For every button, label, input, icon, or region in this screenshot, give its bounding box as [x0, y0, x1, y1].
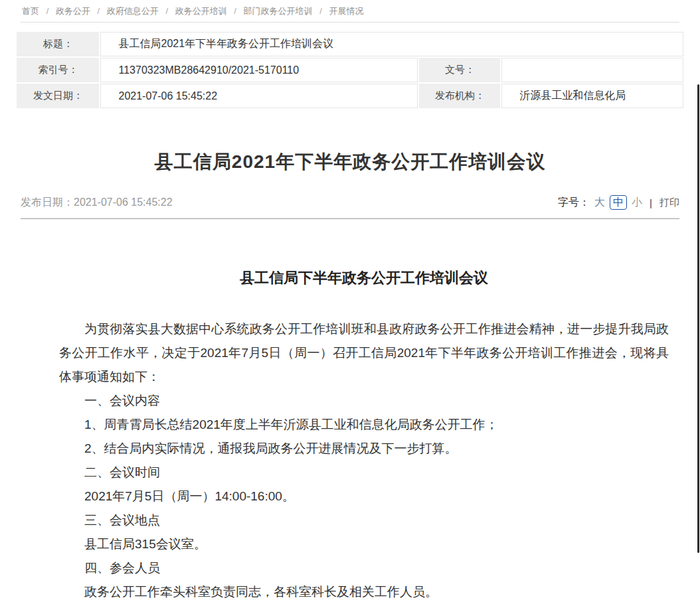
article-tools: 字号： 大 中 小 | 打印 [558, 195, 679, 210]
document-meta-table: 标题： 县工信局2021年下半年政务公开工作培训会议 索引号： 11370323… [15, 31, 684, 110]
breadcrumb-item-home[interactable]: 首页 [22, 6, 39, 16]
breadcrumb-item-zhengwu-gongkai-peixun[interactable]: 政务公开培训 [175, 6, 227, 16]
print-button[interactable]: 打印 [659, 196, 679, 209]
table-row-date: 发文日期： 2021-07-06 15:45:22 发布机构： 沂源县工业和信息… [17, 84, 683, 108]
article-paragraph: 2、结合局内实际情况，通报我局政务公开进展情况及下一步打算。 [59, 437, 669, 461]
issuing-agency-label: 发布机构： [419, 84, 500, 108]
publish-date-label: 发布日期： [21, 196, 74, 208]
issue-date-label: 发文日期： [17, 84, 99, 108]
breadcrumb-item-zhengwu-gongkai[interactable]: 政务公开 [56, 6, 90, 16]
index-number-label: 索引号： [17, 58, 99, 82]
page-title: 县工信局2021年下半年政务公开工作培训会议 [11, 149, 689, 175]
article-paragraph: 县工信局315会议室。 [59, 532, 669, 556]
article-paragraph: 2021年7月5日（周一）14:00-16:00。 [59, 485, 669, 508]
font-size-small-button[interactable]: 小 [632, 196, 642, 210]
article-paragraph: 为贯彻落实县大数据中心系统政务公开工作培训班和县政府政务公开工作推进会精神，进一… [59, 317, 669, 389]
title-value: 县工信局2021年下半年政务公开工作培训会议 [100, 32, 683, 56]
tools-separator: | [650, 197, 652, 208]
title-label: 标题： [17, 32, 99, 56]
breadcrumb-item-zhengfu-xinxi-gongkai[interactable]: 政府信息公开 [107, 6, 159, 16]
article-body: 县工信局下半年政务公开工作培训会议 为贯彻落实县大数据中心系统政务公开工作培训班… [59, 268, 669, 602]
publish-date: 发布日期：2021-07-06 15:45:22 [21, 196, 173, 210]
issue-date-value: 2021-07-06 15:45:22 [100, 84, 418, 108]
doc-number-label: 文号： [419, 58, 500, 82]
breadcrumb-divider [21, 22, 679, 23]
breadcrumb-separator: / [319, 6, 322, 16]
breadcrumb-separator: / [98, 6, 100, 16]
breadcrumb-separator: / [165, 6, 168, 16]
page-container: 首页 / 政务公开 / 政府信息公开 / 政务公开培训 / 部门政务公开培训 /… [0, 0, 700, 602]
font-size-label: 字号： [558, 196, 590, 210]
font-size-medium-button[interactable]: 中 [610, 195, 627, 210]
table-row-title: 标题： 县工信局2021年下半年政务公开工作培训会议 [17, 32, 683, 56]
article-divider [21, 218, 679, 219]
breadcrumb-item-kaizhan-qingkuang[interactable]: 开展情况 [329, 6, 363, 16]
breadcrumb-separator: / [234, 6, 236, 16]
article-body-title: 县工信局下半年政务公开工作培训会议 [59, 268, 669, 288]
article-paragraph: 二、会议时间 [59, 461, 669, 485]
article-paragraph: 政务公开工作牵头科室负责同志，各科室科长及相关工作人员。 [59, 580, 669, 602]
breadcrumb-separator: / [46, 6, 49, 16]
publish-date-value: 2021-07-06 15:45:22 [74, 196, 173, 208]
font-size-large-button[interactable]: 大 [594, 196, 605, 210]
article-paragraph: 四、参会人员 [59, 556, 669, 580]
breadcrumb-item-bumen-peixun[interactable]: 部门政务公开培训 [244, 6, 313, 16]
article-meta-row: 发布日期：2021-07-06 15:45:22 字号： 大 中 小 | 打印 [21, 194, 679, 210]
article-paragraph: 一、会议内容 [59, 389, 669, 413]
doc-number-value [501, 58, 683, 82]
index-number-value: 11370323MB28642910/2021-5170110 [100, 58, 418, 82]
table-row-index: 索引号： 11370323MB28642910/2021-5170110 文号： [17, 58, 683, 82]
breadcrumb: 首页 / 政务公开 / 政府信息公开 / 政务公开培训 / 部门政务公开培训 /… [11, 6, 689, 17]
article-paragraph: 三、会议地点 [59, 508, 669, 532]
issuing-agency-value: 沂源县工业和信息化局 [501, 84, 683, 108]
scrollbar-thumb[interactable] [697, 84, 699, 553]
article-paragraph: 1、周青霄局长总结2021年度上半年沂源县工业和信息化局政务公开工作； [59, 413, 669, 437]
